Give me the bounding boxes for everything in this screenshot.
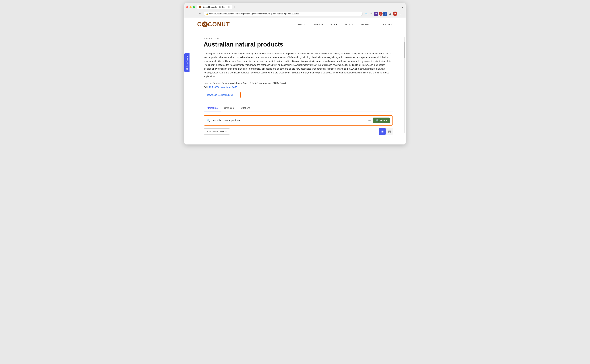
issue-tracker-button[interactable]: ⊙ Issue Tracker [184, 53, 189, 72]
search-input[interactable] [212, 119, 369, 122]
doi-label: DOI: [204, 86, 209, 89]
browser-titlebar: C Natural Products - COCONUT ✕ + ▾ [186, 5, 404, 9]
pen-icon[interactable]: ✏ [369, 119, 371, 122]
logo-o-icon: O [202, 21, 208, 27]
doi-container: DOI: 10.71606/coconut.cnpc0055 [204, 86, 393, 89]
back-button[interactable]: ← [188, 12, 192, 16]
url-input[interactable] [209, 13, 360, 15]
tab-title: Natural Products - COCONUT [202, 6, 227, 8]
advanced-search-button[interactable]: ≡ Advanced Search [204, 129, 230, 135]
search-button[interactable]: 🔍 Search [373, 117, 390, 123]
tab-close-button[interactable]: ✕ [228, 6, 230, 8]
logo-text: COCONUT [197, 21, 230, 28]
nav-download[interactable]: Download [360, 23, 370, 26]
browser-window: C Natural Products - COCONUT ✕ + ▾ ← → ↻… [184, 3, 406, 144]
docs-chevron-icon: ▾ [336, 23, 337, 26]
forward-button[interactable]: → [193, 12, 197, 16]
new-tab-button[interactable]: + [232, 6, 236, 8]
grid-view-button[interactable]: ⊞ [379, 128, 386, 135]
tab-citations[interactable]: Citations [238, 104, 253, 111]
ublock-icon[interactable]: μ [379, 12, 383, 16]
close-button[interactable] [186, 6, 188, 8]
view-toggles: ⊞ ▦ [379, 128, 393, 135]
filter-icon: ≡ [207, 130, 208, 133]
license-text: License: Creative Commons Attribution Sh… [204, 82, 393, 84]
refresh-button[interactable]: ↻ [198, 12, 202, 16]
main-content: #COLLECTION Australian natural products … [184, 31, 406, 144]
issue-tracker-label: Issue Tracker [186, 55, 188, 67]
navbar: COCONUT Search Collections Docs ▾ About … [184, 18, 406, 31]
search-container: 🔍 ✏ 🔍 Search [204, 115, 393, 126]
browser-chrome: C Natural Products - COCONUT ✕ + ▾ ← → ↻… [184, 3, 406, 18]
site-logo[interactable]: COCONUT [197, 21, 230, 28]
bookmark-icon[interactable]: ☆ [369, 12, 374, 16]
mail-icon[interactable]: M [374, 12, 378, 16]
search-icon: 🔍 [207, 119, 210, 122]
page-title: Australian natural products [204, 41, 393, 48]
browser-nav-buttons: ← → ↻ [188, 12, 202, 16]
zoom-icon[interactable]: 🔍 [364, 12, 369, 16]
nav-docs[interactable]: Docs ▾ [330, 23, 337, 26]
address-bar[interactable]: 🔒 [204, 12, 363, 16]
nav-search[interactable]: Search [298, 23, 305, 26]
tab-organism[interactable]: Organism [221, 104, 238, 111]
scrollbar[interactable] [404, 37, 405, 133]
list-view-button[interactable]: ▦ [386, 128, 393, 135]
profile-button[interactable]: R [393, 12, 397, 16]
menu-button[interactable]: ⋮ [398, 12, 402, 16]
traffic-lights [186, 6, 195, 8]
browser-addressbar: ← → ↻ 🔒 🔍 ☆ M μ ⊞ ⊞ R ⋮ [186, 11, 404, 18]
collection-label: #COLLECTION [204, 38, 393, 40]
list-icon: ▦ [388, 130, 391, 133]
minimize-button[interactable] [189, 6, 192, 8]
tab-favicon: C [199, 6, 201, 8]
search-controls: ≡ Advanced Search ⊞ ▦ [204, 128, 393, 135]
browser-actions: 🔍 ☆ M μ ⊞ ⊞ R ⋮ [364, 12, 402, 16]
download-collection-button[interactable]: Download Collection (SDF) → [204, 92, 241, 98]
lock-icon: 🔒 [206, 13, 208, 15]
browser-tabs: C Natural Products - COCONUT ✕ + [197, 5, 404, 9]
nav-collections[interactable]: Collections [312, 23, 323, 26]
nav-about[interactable]: About us [344, 23, 353, 26]
doi-link[interactable]: 10.71606/coconut.cnpc0055 [209, 86, 237, 89]
login-button[interactable]: Log in → [383, 23, 393, 26]
search-btn-icon: 🔍 [376, 119, 379, 122]
page-content: ⊙ Issue Tracker COCONUT Search Collectio… [184, 18, 406, 144]
tabs-container: Molecules Organism Citations [204, 104, 393, 111]
extensions-button[interactable]: ⊞ [388, 12, 392, 16]
extension-icon[interactable]: ⊞ [383, 12, 387, 16]
tab-molecules[interactable]: Molecules [204, 104, 221, 111]
browser-tab-active[interactable]: C Natural Products - COCONUT ✕ [197, 5, 232, 9]
github-icon: ⊙ [186, 68, 188, 70]
window-chevron-icon: ▾ [402, 6, 403, 8]
description-text: The ongoing enhancement of the "Phytoche… [204, 52, 393, 78]
scrollbar-thumb[interactable] [404, 42, 405, 58]
nav-links: Search Collections Docs ▾ About us Downl… [298, 23, 393, 26]
grid-icon: ⊞ [381, 130, 384, 133]
maximize-button[interactable] [193, 6, 195, 8]
